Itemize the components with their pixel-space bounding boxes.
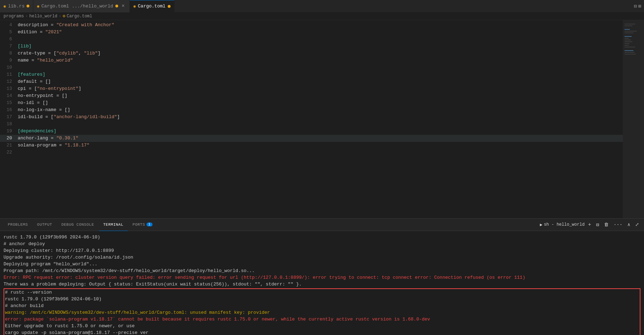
code-line-11: 11 [features] [0, 71, 623, 78]
tab-cargo2-modified [168, 5, 171, 8]
error-box-line-6: Either upgrade to rustc 1.75.0 or newer,… [4, 323, 640, 329]
shell-name: sh - hello_world [544, 222, 585, 227]
svg-rect-0 [625, 24, 635, 24]
error-box-line-1: # rustc --version [4, 289, 640, 296]
line-num-22: 22 [0, 149, 18, 156]
tab-cargo1[interactable]: ◉ Cargo.toml .../hello_world × [33, 0, 130, 12]
svg-rect-6 [625, 38, 629, 39]
terminal-line-8: There was a problem deploying: Output { … [4, 281, 640, 288]
line-content-19: [dependencies] [18, 128, 623, 135]
line-content-18 [18, 121, 623, 128]
line-num-13: 13 [0, 85, 18, 92]
line-num-11: 11 [0, 71, 18, 78]
code-line-18: 18 [0, 121, 623, 128]
tab-output[interactable]: OUTPUT [33, 219, 57, 231]
error-box-line-5: error: package `solana-program v1.18.17`… [4, 316, 640, 323]
line-num-7: 7 [0, 43, 18, 50]
panel-tabs: PROBLEMS OUTPUT DEBUG CONSOLE TERMINAL P… [0, 219, 644, 231]
line-num-12: 12 [0, 78, 18, 85]
shell-label: ▶ sh - hello_world [540, 222, 585, 227]
line-content-6 [18, 36, 623, 43]
code-line-4: 4 description = "Created with Anchor" [0, 22, 623, 29]
tab-output-label: OUTPUT [37, 223, 52, 227]
line-num-20: 20 [0, 135, 18, 142]
line-num-16: 16 [0, 106, 18, 114]
line-content-7: [lib] [18, 43, 623, 50]
editor-content[interactable]: 4 description = "Created with Anchor" 5 … [0, 20, 623, 218]
code-line-13: 13 cpi = ["no-entrypoint"] [0, 85, 623, 92]
breadcrumb-programs[interactable]: programs [4, 14, 24, 19]
tab-cargo1-icon: ◉ [37, 4, 39, 8]
tab-lib-label: lib.rs [8, 4, 25, 9]
tab-debug-console-label: DEBUG CONSOLE [61, 223, 94, 227]
terminal-line-4: Upgrade authority: /root/.config/solana/… [4, 254, 640, 261]
tab-debug-console[interactable]: DEBUG CONSOLE [57, 219, 98, 231]
tab-lib[interactable]: ◉ lib.rs [0, 0, 33, 12]
tab-cargo1-close[interactable]: × [120, 3, 126, 9]
breadcrumb-hello-world[interactable]: hello_world [29, 14, 57, 19]
terminal-line-2: # anchor deploy [4, 241, 640, 247]
code-line-12: 12 default = [] [0, 78, 623, 85]
tab-cargo2[interactable]: ◉ Cargo.toml [130, 0, 174, 12]
tab-ports-label: PORTS [133, 223, 145, 227]
code-line-21: 21 solana-program = "1.18.17" [0, 142, 623, 149]
svg-rect-7 [625, 40, 631, 40]
tab-ports[interactable]: PORTS 1 [128, 219, 157, 231]
line-content-14: no-entrypoint = [] [18, 92, 623, 99]
maximize-btn[interactable]: ⤢ [634, 221, 640, 228]
new-terminal-btn[interactable]: + [587, 221, 592, 228]
tab-cargo1-modified [115, 5, 118, 7]
terminal-body[interactable]: rustc 1.79.0 (129f3b996 2024-06-10) # an… [0, 231, 644, 335]
mini-map-content [623, 20, 644, 218]
error-box-line-4: warning: /mnt/c/WINDOWS/system32/dev-stu… [4, 309, 640, 316]
tab-lib-modified [27, 5, 29, 7]
breadcrumb-gear-icon: ⚙ [63, 13, 65, 19]
line-num-10: 10 [0, 64, 18, 71]
terminal-line-7: Error: RPC request error: cluster versio… [4, 274, 640, 281]
delete-terminal-btn[interactable]: 🗑 [603, 221, 610, 228]
layout-icon[interactable]: ⊞ [638, 3, 641, 9]
line-content-5: edition = "2021" [18, 29, 623, 36]
error-box-line-3: # anchor build [4, 302, 640, 309]
line-num-9: 9 [0, 57, 18, 64]
svg-rect-14 [625, 54, 636, 54]
code-line-17: 17 idl-build = ["anchor-lang/idl-build"] [0, 114, 623, 121]
code-line-15: 15 no-idl = [] [0, 99, 623, 106]
line-num-4: 4 [0, 22, 18, 29]
line-content-17: idl-build = ["anchor-lang/idl-build"] [18, 114, 623, 121]
split-editor-icon[interactable]: ⊟ [634, 3, 637, 9]
line-num-15: 15 [0, 99, 18, 106]
code-line-10: 10 [0, 64, 623, 71]
more-options-btn[interactable]: ··· [612, 221, 624, 228]
mini-map [623, 20, 644, 218]
terminal-line-1: rustc 1.79.0 (129f3b996 2024-06-10) [4, 234, 640, 241]
breadcrumb: programs › hello_world › ⚙ Cargo.toml [0, 12, 644, 20]
svg-rect-4 [625, 33, 633, 33]
svg-rect-9 [625, 43, 629, 44]
line-content-22 [18, 149, 623, 156]
breadcrumb-cargo[interactable]: Cargo.toml [67, 14, 92, 19]
error-box-line-7: cargo update -p solana-program@1.18.17 -… [4, 329, 640, 335]
line-num-18: 18 [0, 121, 18, 128]
code-line-19: 19 [dependencies] [0, 128, 623, 135]
breadcrumb-sep1: › [25, 14, 28, 19]
breadcrumb-sep2: › [59, 14, 61, 19]
code-line-16: 16 no-log-ix-name = [] [0, 106, 623, 114]
chevron-up-btn[interactable]: ∧ [626, 221, 632, 228]
line-num-19: 19 [0, 128, 18, 135]
tab-problems[interactable]: PROBLEMS [4, 219, 32, 231]
tab-cargo2-label: Cargo.toml [138, 4, 166, 9]
line-num-14: 14 [0, 92, 18, 99]
svg-rect-10 [625, 45, 629, 46]
tab-terminal-label: TERMINAL [103, 223, 123, 227]
line-content-11: [features] [18, 71, 623, 78]
split-terminal-btn[interactable]: ⊟ [595, 221, 600, 229]
tab-terminal[interactable]: TERMINAL [99, 219, 128, 231]
tab-lib-icon: ◉ [4, 4, 6, 8]
line-content-20: anchor-lang = "0.30.1" [18, 135, 623, 142]
line-content-8: crate-type = ["cdylib", "lib"] [18, 50, 623, 57]
line-content-21: solana-program = "1.18.17" [18, 142, 623, 149]
terminal-line-6: Program path: /mnt/c/WINDOWS/system32/de… [4, 267, 640, 274]
svg-rect-1 [625, 25, 632, 26]
code-lines: 4 description = "Created with Anchor" 5 … [0, 22, 623, 156]
